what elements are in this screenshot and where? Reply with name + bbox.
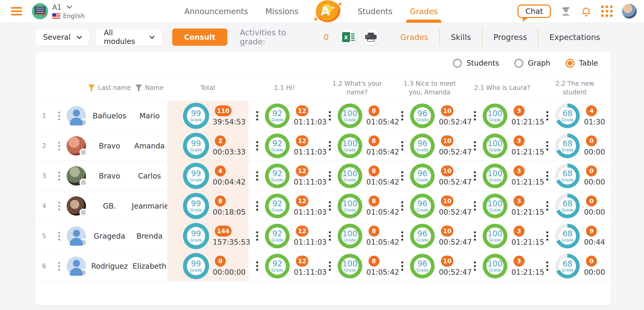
activity-menu-icon[interactable] [399, 199, 406, 213]
grade-value: 100 [342, 170, 357, 177]
count-badge: 3 [514, 196, 525, 206]
print-button[interactable] [363, 29, 379, 45]
grade-value: 96 [417, 230, 427, 238]
first-name-cell: Jeanmarie [132, 202, 167, 210]
activity-cell: 100Grade801:05:42 [321, 221, 394, 251]
activity-menu-icon[interactable] [471, 229, 479, 243]
activity-menu-icon[interactable] [254, 259, 261, 273]
activity-menu-icon[interactable] [254, 199, 261, 213]
grade-value: 100 [487, 110, 502, 117]
tab-expectations[interactable]: Expectations [538, 33, 611, 42]
grade-donut: 92Grade [265, 134, 290, 158]
grade-value: 68 [562, 260, 572, 268]
radio-icon[interactable] [453, 59, 462, 68]
activity-menu-icon[interactable] [471, 139, 479, 153]
last-name-cell: Grageda [87, 232, 132, 240]
notifications-bell-icon[interactable] [581, 5, 592, 17]
apps-grid-icon[interactable] [601, 5, 613, 17]
grade-donut: 100Grade [483, 224, 507, 248]
view-option-label: Graph [528, 59, 550, 67]
row-menu-icon[interactable] [56, 109, 63, 123]
menu-icon[interactable] [11, 5, 22, 17]
activity-menu-icon[interactable] [326, 259, 334, 273]
activity-menu-icon[interactable] [471, 259, 479, 273]
activity-menu-icon[interactable] [544, 139, 551, 153]
activity-cell: 100Grade801:05:42 [321, 131, 394, 161]
view-option-table[interactable]: Table [566, 59, 598, 68]
tab-grades[interactable]: Grades [389, 33, 439, 42]
chevron-down-icon[interactable] [67, 3, 72, 9]
tab-progress[interactable]: Progress [482, 33, 538, 42]
filter-icon[interactable] [88, 84, 95, 91]
row-menu-icon[interactable] [56, 229, 63, 243]
app-logo-icon[interactable]: A + [316, 0, 340, 22]
nav-missions[interactable]: Missions [265, 7, 298, 16]
activity-menu-icon[interactable] [471, 169, 479, 183]
activity-menu-icon[interactable] [544, 229, 551, 243]
student-profile-icon[interactable] [560, 6, 571, 17]
time-spent: 00:44 [584, 238, 605, 246]
student-avatar[interactable] [67, 256, 86, 276]
activity-menu-icon[interactable] [254, 169, 261, 183]
grade-label: Grade [562, 268, 574, 272]
chat-button[interactable]: Chat [518, 4, 551, 18]
last-name-cell: GB. [87, 202, 132, 210]
export-excel-button[interactable]: x [340, 29, 356, 45]
activity-cell: 96Grade1000:52:47 [393, 251, 466, 281]
student-avatar[interactable] [67, 226, 86, 246]
row-menu-icon[interactable] [56, 139, 63, 153]
activity-menu-icon[interactable] [471, 108, 479, 123]
activities-to-grade-count: 0 [324, 33, 329, 42]
activity-menu-icon[interactable] [544, 169, 551, 183]
activity-menu-icon[interactable] [326, 199, 334, 213]
activity-menu-icon[interactable] [544, 108, 551, 123]
student-avatar[interactable] [67, 196, 86, 216]
row-menu-icon[interactable] [56, 199, 63, 213]
radio-icon[interactable] [514, 59, 523, 68]
activity-cell: 96Grade1000:52:47 [393, 221, 466, 251]
activity-menu-icon[interactable] [254, 229, 261, 243]
status-dot [79, 209, 87, 216]
activity-menu-icon[interactable] [399, 229, 406, 243]
radio-icon[interactable] [566, 59, 574, 68]
column-header-activity: 1.2 What's your name? [321, 79, 394, 96]
column-label: Name [145, 84, 164, 92]
activity-menu-icon[interactable] [326, 229, 334, 243]
activity-menu-icon[interactable] [544, 259, 551, 273]
view-option-graph[interactable]: Graph [514, 59, 550, 68]
consult-button[interactable]: Consult [172, 28, 227, 46]
filter-icon[interactable] [135, 84, 142, 91]
column-header-name[interactable]: Name [132, 84, 167, 92]
grade-value: 100 [487, 200, 502, 208]
student-avatar[interactable] [67, 166, 86, 186]
nav-students[interactable]: Students [358, 7, 393, 16]
activity-menu-icon[interactable] [326, 108, 334, 123]
activity-menu-icon[interactable] [254, 108, 261, 123]
activity-menu-icon[interactable] [399, 169, 406, 183]
grade-label: Grade [190, 208, 202, 212]
nav-announcements[interactable]: Announcements [184, 7, 248, 16]
row-menu-icon[interactable] [56, 169, 63, 183]
activity-menu-icon[interactable] [399, 139, 406, 153]
view-option-students[interactable]: Students [453, 59, 499, 68]
column-header-last-name[interactable]: Last name [87, 84, 132, 92]
activity-menu-icon[interactable] [471, 199, 479, 213]
modules-select[interactable]: All modules [96, 28, 162, 46]
student-avatar[interactable] [67, 136, 86, 156]
grade-label: Grade [271, 118, 283, 122]
tab-skills[interactable]: Skills [440, 33, 482, 42]
activity-menu-icon[interactable] [254, 139, 261, 153]
nav-grades[interactable]: Grades [410, 7, 438, 16]
activity-cell: 68Grade000:00 [538, 161, 611, 191]
student-avatar[interactable] [67, 106, 86, 125]
column-header-activity: 1.3 Nice to meet you, Amanda [393, 79, 466, 96]
activity-menu-icon[interactable] [544, 199, 551, 213]
user-avatar[interactable] [622, 4, 637, 19]
activity-menu-icon[interactable] [399, 259, 406, 273]
activity-menu-icon[interactable] [326, 139, 334, 153]
row-menu-icon[interactable] [56, 259, 63, 273]
activity-menu-icon[interactable] [326, 169, 334, 183]
group-select[interactable]: Several [35, 28, 89, 46]
activity-menu-icon[interactable] [399, 108, 406, 123]
class-selector[interactable]: A1 English [32, 3, 85, 19]
